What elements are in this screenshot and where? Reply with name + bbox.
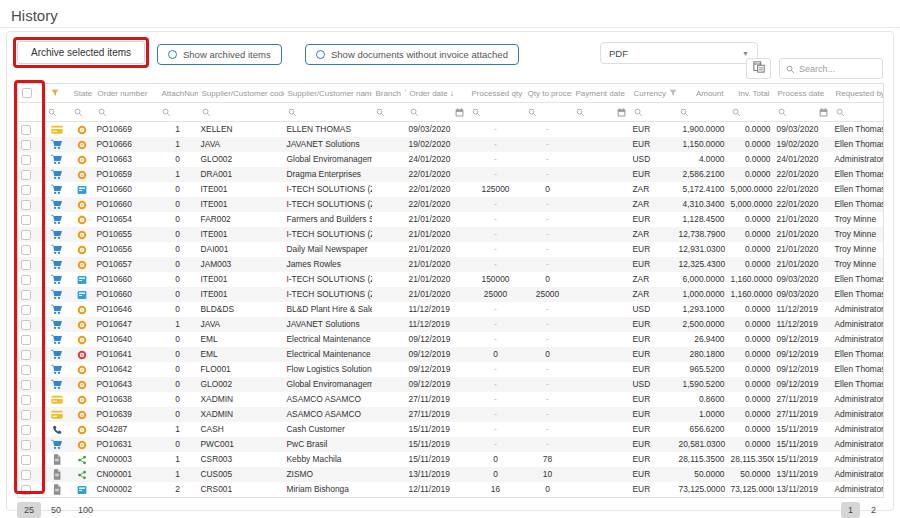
row-checkbox[interactable] [21, 245, 31, 255]
export-format-select[interactable]: PDF ▼ [600, 42, 758, 64]
row-checkbox[interactable] [21, 335, 31, 345]
table-row[interactable]: PO106390XADMINASAMCO ASAMCO27/11/2019--E… [18, 407, 884, 422]
column-header-attach_num[interactable]: AttachNum [158, 84, 198, 103]
column-header-currency[interactable]: Currency [630, 84, 676, 103]
row-checkbox[interactable] [21, 440, 31, 450]
row-checkbox[interactable] [21, 410, 31, 420]
filter-cell-supplier_name[interactable] [284, 103, 372, 122]
filter-cell-process_date[interactable] [774, 103, 832, 122]
calendar-icon[interactable] [455, 103, 464, 121]
filter-funnel-icon[interactable] [666, 89, 676, 98]
show-documents-without-invoice-radio[interactable]: Show documents without invoice attached [305, 44, 519, 65]
row-checkbox[interactable] [21, 425, 31, 435]
row-checkbox[interactable] [21, 125, 31, 135]
row-checkbox[interactable] [21, 170, 31, 180]
table-row[interactable]: CN000031CSR003Kebby Machila15/11/2019078… [18, 452, 884, 467]
row-checkbox[interactable] [21, 290, 31, 300]
table-row[interactable]: PO106400EMLElectrical Maintenance Lusa..… [18, 332, 884, 347]
table-row[interactable]: CN000022CRS001Miriam Bishonga12/11/20191… [18, 482, 884, 498]
table-row[interactable]: PO106380XADMINASAMCO ASAMCO27/11/2019--E… [18, 392, 884, 407]
table-row[interactable]: PO106560DAI001Daily Mail Newspaper21/01/… [18, 242, 884, 257]
column-header-payment_date[interactable]: Payment date [572, 84, 630, 103]
filter-cell-supplier_code[interactable] [198, 103, 284, 122]
filter-cell-currency[interactable] [630, 103, 676, 122]
filter-cell-type[interactable] [44, 103, 70, 122]
column-header-order_number[interactable]: Order number [94, 84, 158, 103]
page-size-25[interactable]: 25 [17, 502, 41, 518]
column-header-supplier_code[interactable]: Supplier/Customer code [198, 84, 284, 103]
column-header-requested_by[interactable]: Requested by [832, 84, 884, 103]
column-header-supplier_name[interactable]: Supplier/Customer name [284, 84, 372, 103]
row-checkbox[interactable] [21, 470, 31, 480]
column-header-order_date[interactable]: Order date↓ [406, 84, 468, 103]
archive-selected-items-button[interactable]: Archive selected items [17, 41, 145, 64]
row-checkbox[interactable] [21, 380, 31, 390]
row-checkbox[interactable] [21, 185, 31, 195]
calendar-icon[interactable] [819, 103, 828, 121]
search-input[interactable] [799, 64, 876, 74]
row-checkbox[interactable] [21, 275, 31, 285]
table-row[interactable]: CN000011CUS005ZISMO13/11/2019010EUR50.00… [18, 467, 884, 482]
column-header-type[interactable] [44, 84, 70, 103]
table-row[interactable]: PO106661JAVAJAVANET Solutions19/02/2020-… [18, 137, 884, 152]
table-row[interactable]: PO106420FLO001Flow Logistics Solution Lt… [18, 362, 884, 377]
filter-cell-order_number[interactable] [94, 103, 158, 122]
page-size-50[interactable]: 50 [44, 502, 68, 518]
column-header-processed_qty[interactable]: Processed qty [468, 84, 524, 103]
table-row[interactable]: PO106540FAR002Farmers and Builders Suppl… [18, 212, 884, 227]
filter-cell-state[interactable] [70, 103, 94, 122]
page-1[interactable]: 1 [841, 502, 860, 518]
row-checkbox[interactable] [21, 485, 31, 495]
table-row[interactable]: PO106410EMLElectrical Maintenance Lusa..… [18, 347, 884, 362]
filter-funnel-icon[interactable] [401, 89, 406, 98]
row-checkbox[interactable] [21, 140, 31, 150]
row-checkbox[interactable] [21, 230, 31, 240]
table-row[interactable]: SO42871CASHCash Customer15/11/2019--EUR6… [18, 422, 884, 437]
column-header-inv_total[interactable]: Inv. Total [728, 84, 774, 103]
row-checkbox[interactable] [21, 395, 31, 405]
table-row[interactable]: PO106591DRA001Dragma Enterprises22/01/20… [18, 167, 884, 182]
row-checkbox[interactable] [21, 365, 31, 375]
row-checkbox[interactable] [21, 305, 31, 315]
column-chooser-button[interactable] [746, 58, 771, 79]
row-checkbox[interactable] [21, 320, 31, 330]
filter-cell-branch[interactable] [372, 103, 406, 122]
table-row[interactable]: PO106460BLD&DSBL&D Plant Hire & Sales11/… [18, 302, 884, 317]
filter-funnel-icon[interactable] [48, 89, 59, 98]
table-row[interactable]: PO106550ITE001I-TECH SOLUTIONS (ZAR)21/0… [18, 227, 884, 242]
column-header-select[interactable] [18, 84, 44, 103]
show-archived-items-radio[interactable]: Show archived items [157, 44, 282, 65]
column-header-branch[interactable]: Branch [372, 84, 406, 103]
table-row[interactable]: PO106600ITE001I-TECH SOLUTIONS (ZAR)22/0… [18, 197, 884, 212]
column-header-process_date[interactable]: Process date [774, 84, 832, 103]
filter-cell-attach_num[interactable] [158, 103, 198, 122]
filter-cell-order_date[interactable] [406, 103, 468, 122]
row-checkbox[interactable] [21, 155, 31, 165]
row-checkbox[interactable] [21, 350, 31, 360]
row-checkbox[interactable] [21, 215, 31, 225]
table-row[interactable]: PO106570JAM003James Rowles21/01/2020--EU… [18, 257, 884, 272]
column-header-state[interactable]: State [70, 84, 94, 103]
column-header-amount[interactable]: Amount [676, 84, 728, 103]
filter-cell-payment_date[interactable] [572, 103, 630, 122]
page-size-100[interactable]: 100 [71, 502, 100, 518]
table-row[interactable]: PO106691XELLENELLEN THOMAS09/03/2020--EU… [18, 122, 884, 138]
filter-cell-processed_qty[interactable] [468, 103, 524, 122]
table-row[interactable]: PO106471JAVAJAVANET Solutions11/12/2019-… [18, 317, 884, 332]
column-header-qty_to_process[interactable]: Qty to process [524, 84, 572, 103]
table-row[interactable]: PO106600ITE001I-TECH SOLUTIONS (ZAR)22/0… [18, 182, 884, 197]
row-checkbox[interactable] [21, 455, 31, 465]
filter-cell-qty_to_process[interactable] [524, 103, 572, 122]
page-2[interactable]: 2 [864, 502, 883, 518]
filter-cell-amount[interactable] [676, 103, 728, 122]
row-checkbox[interactable] [21, 260, 31, 270]
select-all-checkbox[interactable] [22, 88, 32, 98]
table-row[interactable]: PO106630GLO002Global Enviromanagement ..… [18, 152, 884, 167]
filter-cell-requested_by[interactable] [832, 103, 884, 122]
table-row[interactable]: PO106310PWC001PwC Brasil15/11/2019--EUR2… [18, 437, 884, 452]
table-row[interactable]: PO106600ITE001I-TECH SOLUTIONS (ZAR)21/0… [18, 272, 884, 287]
calendar-icon[interactable] [617, 103, 626, 121]
table-row[interactable]: PO106600ITE001I-TECH SOLUTIONS (ZAR)21/0… [18, 287, 884, 302]
filter-cell-inv_total[interactable] [728, 103, 774, 122]
table-row[interactable]: PO106430GLO002Global Enviromanagement ..… [18, 377, 884, 392]
